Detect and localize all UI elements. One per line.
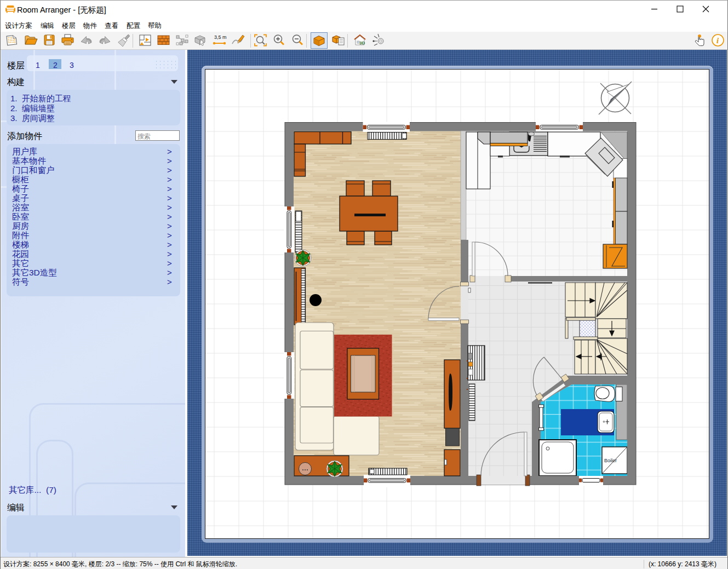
svg-text:3D: 3D — [359, 41, 365, 45]
svg-text:3,5 m: 3,5 m — [214, 35, 227, 40]
svg-text:Boiler: Boiler — [604, 458, 617, 463]
